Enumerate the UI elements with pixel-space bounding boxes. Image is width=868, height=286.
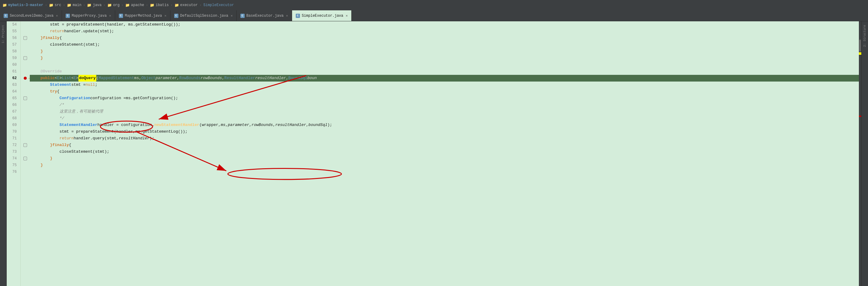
code-line-67: 这里注意，有可能被代理: [30, 108, 859, 115]
breadcrumb-java[interactable]: java: [93, 3, 101, 7]
code-line-60: [30, 61, 859, 68]
tab-second-level-demo[interactable]: C SecondLevelDemo.java ✕: [0, 10, 62, 21]
tab-mapper-method[interactable]: C MapperMethod.java ✕: [115, 10, 170, 21]
tabs-bar: C SecondLevelDemo.java ✕ C MapperProxy.j…: [0, 10, 868, 21]
code-line-69: StatementHandler handler = configuration…: [30, 122, 859, 128]
folder-icon-org: 📁: [107, 3, 112, 8]
code-line-61: @Override: [30, 68, 859, 75]
structure-label[interactable]: 2: Structure: [863, 25, 866, 47]
line-numbers-gutter: 54 55 56 57 58 59 60 61 62 63 64 65 66 6…: [7, 21, 21, 286]
breadcrumb-main[interactable]: main: [73, 3, 82, 7]
scrollbar-thumb[interactable]: [859, 39, 861, 52]
folder-icon-src: 📁: [49, 3, 54, 8]
yellow-marker: [859, 52, 861, 55]
code-line-72: } finally {: [30, 142, 859, 148]
code-line-73: closeStatement(stmt);: [30, 148, 859, 155]
do-query-highlight: doQuery: [79, 75, 96, 82]
code-line-56: } finally {: [30, 35, 859, 41]
code-gutter: - - → - - -: [21, 21, 30, 286]
folder-icon-apache: 📁: [125, 3, 130, 8]
tab-mapper-proxy[interactable]: C MapperProxy.java ✕: [62, 10, 115, 21]
code-line-71: return handler.query(stmt, resultHandler…: [30, 135, 859, 142]
tab-default-sql-session[interactable]: C DefaultSqlSession.java ✕: [170, 10, 237, 21]
code-line-64: try {: [30, 88, 859, 95]
code-line-62: public < E > List < E > doQuery ( Mapped…: [30, 75, 859, 82]
code-line-74: }: [30, 155, 859, 162]
folder-icon-ibatis: 📁: [150, 3, 154, 8]
code-line-63: Statement stmt = null ;: [30, 82, 859, 88]
code-line-57: closeStatement(stmt);: [30, 41, 859, 48]
code-line-59: }: [30, 55, 859, 61]
breadcrumb-executor[interactable]: executor: [180, 3, 198, 7]
code-line-58: }: [30, 48, 859, 55]
code-content: stmt = prepareStatement(handler, ms.getS…: [30, 21, 859, 286]
tab-simple-executor[interactable]: C SimpleExecutor.java ✕: [292, 10, 352, 21]
breadcrumb-src[interactable]: src: [55, 3, 61, 7]
project-label[interactable]: 1: Project: [2, 25, 5, 43]
repo-name[interactable]: mybatis-3-master: [8, 3, 43, 7]
code-line-55: return handler.update(stmt);: [30, 28, 859, 35]
red-marker: [859, 116, 861, 117]
breadcrumb-apache[interactable]: apache: [131, 3, 144, 7]
tab-base-executor[interactable]: C BaseExecutor.java ✕: [237, 10, 292, 21]
breadcrumb-ibatis[interactable]: ibatis: [156, 3, 169, 7]
breakpoint-icon[interactable]: [24, 77, 27, 80]
folder-icon-executor: 📁: [175, 3, 179, 8]
code-line-70: stmt = prepareStatement(handler, ms .get…: [30, 128, 859, 135]
breadcrumb-org[interactable]: org: [113, 3, 120, 7]
editor-scrollbar[interactable]: [859, 21, 861, 286]
structure-sidebar: 2: Structure: [861, 21, 868, 286]
code-editor[interactable]: 54 55 56 57 58 59 60 61 62 63 64 65 66 6…: [7, 21, 861, 286]
project-sidebar: 1: Project: [0, 21, 7, 286]
repo-icon: 📁: [2, 3, 7, 8]
folder-icon-java: 📁: [87, 3, 91, 8]
code-line-75: }: [30, 162, 859, 169]
code-line-66: /*: [30, 102, 859, 108]
code-line-54: stmt = prepareStatement(handler, ms.getS…: [30, 21, 859, 28]
folder-icon-main: 📁: [67, 3, 71, 8]
code-line-68: */: [30, 115, 859, 122]
code-line-65: Configuration configuration = ms.getConf…: [30, 95, 859, 102]
breadcrumb-bar: 📁 mybatis-3-master › 📁 src › 📁 main › 📁 …: [0, 0, 868, 10]
breadcrumb-file[interactable]: SimpleExecutor: [203, 3, 234, 7]
code-line-76: [30, 169, 859, 175]
